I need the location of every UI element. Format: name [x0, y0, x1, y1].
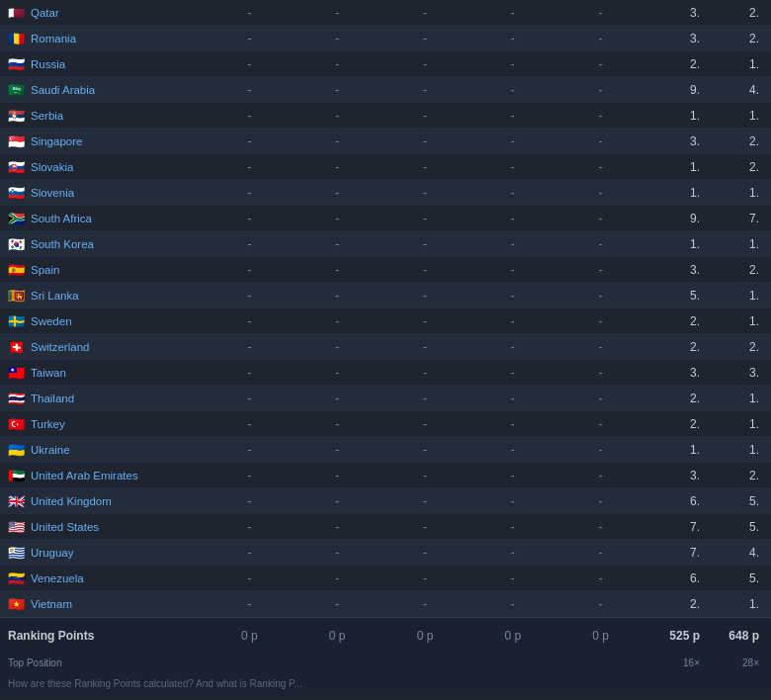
col-d1: -: [206, 494, 294, 508]
col-d2: -: [294, 32, 382, 45]
country-name[interactable]: Taiwan: [31, 367, 66, 379]
country-cell: 🇸🇬 Singapore: [8, 133, 206, 149]
country-flag: 🇹🇭: [8, 391, 25, 406]
col-d5: -: [557, 546, 644, 560]
col-s1: 2.: [644, 392, 704, 405]
col-s2: 2.: [704, 134, 763, 148]
country-name[interactable]: Turkey: [31, 418, 65, 430]
col-d3: -: [382, 263, 470, 277]
country-name[interactable]: United Kingdom: [31, 495, 112, 507]
col-d5: -: [557, 6, 644, 20]
col-d4: -: [469, 186, 557, 200]
country-name[interactable]: South Korea: [31, 238, 94, 250]
col-d4: -: [469, 57, 557, 71]
country-name[interactable]: United States: [31, 521, 99, 533]
col-s1: 2.: [644, 57, 704, 71]
col-s2: 2.: [704, 160, 763, 174]
country-name[interactable]: Venezuela: [31, 572, 84, 584]
country-flag: 🇨🇭: [8, 339, 25, 355]
table-row: 🇰🇷 South Korea - - - - - 1. 1.: [0, 231, 771, 257]
country-name[interactable]: South Africa: [31, 213, 92, 224]
col-d5: -: [557, 212, 644, 225]
table-row: 🇸🇰 Slovakia - - - - - 1. 2.: [0, 154, 771, 180]
col-d5: -: [557, 366, 644, 380]
country-name[interactable]: Spain: [31, 264, 59, 276]
footer-d1: 0 p: [206, 629, 294, 643]
col-d3: -: [382, 417, 470, 431]
col-d4: -: [469, 237, 557, 251]
col-d4: -: [469, 392, 557, 405]
col-s1: 2.: [644, 340, 704, 354]
col-d2: -: [294, 160, 382, 174]
country-name[interactable]: Singapore: [31, 135, 82, 147]
col-d2: -: [294, 417, 382, 431]
col-d1: -: [206, 160, 294, 174]
country-name[interactable]: Slovenia: [31, 187, 74, 199]
col-d4: -: [469, 520, 557, 534]
country-name[interactable]: Thailand: [31, 393, 74, 404]
country-name[interactable]: Uruguay: [31, 547, 73, 559]
country-name[interactable]: Russia: [31, 58, 65, 70]
table-row: 🇶🇦 Qatar - - - - - 3. 2.: [0, 0, 771, 26]
col-d3: -: [382, 212, 470, 225]
country-flag: 🇹🇼: [8, 365, 25, 381]
col-d4: -: [469, 366, 557, 380]
col-d4: -: [469, 494, 557, 508]
col-s2: 1.: [704, 443, 763, 457]
country-flag: 🇸🇪: [8, 313, 25, 329]
country-name[interactable]: Serbia: [31, 110, 63, 122]
col-s1: 7.: [644, 520, 704, 534]
col-d2: -: [294, 6, 382, 20]
footer-d5: 0 p: [557, 629, 644, 643]
col-d4: -: [469, 546, 557, 560]
country-name[interactable]: Ukraine: [31, 444, 70, 456]
country-flag: 🇱🇰: [8, 288, 25, 304]
col-d5: -: [557, 109, 644, 123]
footer-sub-s2: 28×: [704, 657, 763, 668]
country-name[interactable]: Saudi Arabia: [31, 84, 95, 96]
col-d4: -: [469, 160, 557, 174]
country-cell: 🇺🇦 Ukraine: [8, 442, 206, 458]
table-row: 🇦🇪 United Arab Emirates - - - - - 3. 2.: [0, 463, 771, 488]
col-d5: -: [557, 571, 644, 585]
col-d4: -: [469, 417, 557, 431]
note-row[interactable]: How are these Ranking Points calculated?…: [0, 672, 771, 695]
col-d5: -: [557, 237, 644, 251]
country-name[interactable]: Romania: [31, 33, 76, 44]
col-d3: -: [382, 546, 470, 560]
col-d3: -: [382, 571, 470, 585]
col-s1: 1.: [644, 237, 704, 251]
col-d1: -: [206, 134, 294, 148]
country-cell: 🇸🇮 Slovenia: [8, 185, 206, 201]
country-name[interactable]: Switzerland: [31, 341, 89, 353]
footer-d3: 0 p: [382, 629, 470, 643]
col-d1: -: [206, 417, 294, 431]
country-flag: 🇷🇴: [8, 31, 25, 46]
country-cell: 🇺🇾 Uruguay: [8, 545, 206, 561]
col-d3: -: [382, 340, 470, 354]
rankings-table: 🇶🇦 Qatar - - - - - 3. 2. 🇷🇴 Romania - - …: [0, 0, 771, 695]
country-name[interactable]: Sweden: [31, 315, 72, 327]
country-cell: 🇱🇰 Sri Lanka: [8, 288, 206, 304]
country-name[interactable]: Qatar: [31, 7, 59, 19]
table-row: 🇬🇧 United Kingdom - - - - - 6. 5.: [0, 488, 771, 514]
country-name[interactable]: Sri Lanka: [31, 290, 79, 302]
col-s2: 1.: [704, 109, 763, 123]
country-flag: 🇰🇷: [8, 236, 25, 252]
country-cell: 🇷🇺 Russia: [8, 56, 206, 72]
col-d2: -: [294, 83, 382, 97]
country-cell: 🇦🇪 United Arab Emirates: [8, 468, 206, 483]
country-cell: 🇻🇪 Venezuela: [8, 570, 206, 586]
col-s2: 3.: [704, 366, 763, 380]
col-d5: -: [557, 186, 644, 200]
country-name[interactable]: Vietnam: [31, 598, 72, 610]
col-d1: -: [206, 546, 294, 560]
country-cell: 🇰🇷 South Korea: [8, 236, 206, 252]
col-s2: 1.: [704, 237, 763, 251]
country-name[interactable]: Slovakia: [31, 161, 73, 173]
country-name[interactable]: United Arab Emirates: [31, 470, 138, 481]
table-row: 🇸🇦 Saudi Arabia - - - - - 9. 4.: [0, 77, 771, 103]
col-d4: -: [469, 289, 557, 303]
col-d4: -: [469, 134, 557, 148]
col-d1: -: [206, 571, 294, 585]
